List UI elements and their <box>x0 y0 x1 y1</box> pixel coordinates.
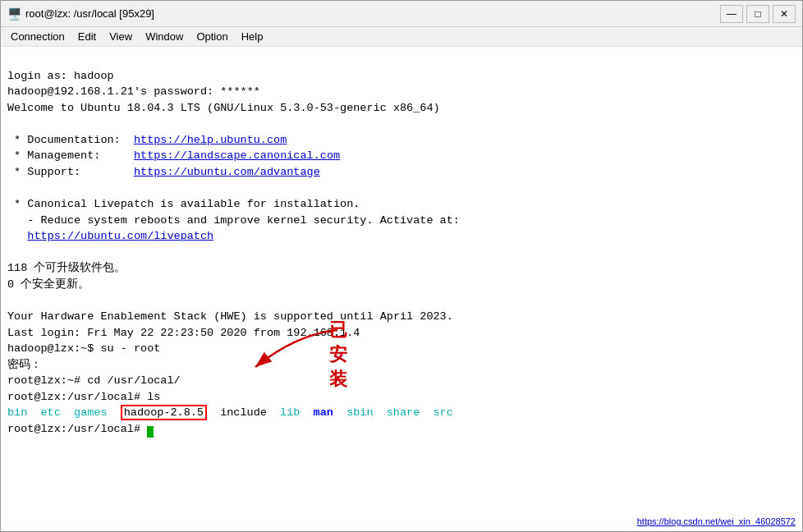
ls-command: root@lzx:/usr/local# ls <box>7 391 160 403</box>
ls-share: share <box>387 406 420 419</box>
window-icon: 🖥️ <box>7 7 21 21</box>
title-bar-left: 🖥️ root@lzx: /usr/local [95x29] <box>7 7 154 21</box>
menu-bar: Connection Edit View Window Option Help <box>1 27 802 47</box>
title-bar: 🖥️ root@lzx: /usr/local [95x29] — □ ✕ <box>1 1 802 27</box>
annotation-text: 已安装 <box>329 318 347 392</box>
ls-man: man <box>314 406 333 419</box>
watermark: https://blog.csdn.net/wei_xin_46028572 <box>637 516 796 526</box>
minimize-button[interactable]: — <box>720 5 743 23</box>
livepatch-link[interactable]: https://ubuntu.com/livepatch <box>27 230 213 242</box>
ls-etc: etc <box>41 406 61 419</box>
last-prompt: root@lzx:/usr/local# <box>7 423 154 435</box>
password-line: hadoop@192.168.1.21's password: ****** <box>7 85 260 98</box>
su-command: hadoop@lzx:~$ su - root <box>7 342 160 355</box>
hwe-line: Your Hardware Enablement Stack (HWE) is … <box>7 310 453 323</box>
ls-lib: lib <box>280 406 300 419</box>
support-line: * Support: https://ubuntu.com/advantage <box>7 166 320 178</box>
password-prompt: 密码： <box>7 359 42 371</box>
cd-command: root@lzx:~# cd /usr/local/ <box>7 374 181 387</box>
maximize-button[interactable]: □ <box>746 5 769 23</box>
mgmt-line: * Management: https://landscape.canonica… <box>7 149 340 162</box>
watermark-text: https://blog.csdn.net/wei_xin_46028572 <box>637 516 796 526</box>
close-button[interactable]: ✕ <box>773 5 796 23</box>
menu-window[interactable]: Window <box>139 29 190 44</box>
ls-games: games <box>74 406 108 419</box>
ls-src: src <box>433 406 452 419</box>
window-title: root@lzx: /usr/local [95x29] <box>25 7 154 20</box>
doc-line: * Documentation: https://help.ubuntu.com <box>7 134 287 146</box>
livepatch-line1: * Canonical Livepatch is available for i… <box>7 198 360 210</box>
ls-bin: bin <box>7 406 27 419</box>
menu-option[interactable]: Option <box>190 29 234 44</box>
support-link[interactable]: https://ubuntu.com/advantage <box>134 166 320 178</box>
welcome-line: Welcome to Ubuntu 18.04.3 LTS (GNU/Linux… <box>7 102 440 114</box>
livepatch-line2: - Reduce system reboots and improve kern… <box>7 214 460 227</box>
livepatch-line3: https://ubuntu.com/livepatch <box>7 230 213 242</box>
cursor <box>147 426 154 438</box>
ls-output: bin etc games hadoop-2.8.5 include lib m… <box>7 405 453 420</box>
login-line: login as: hadoop <box>7 70 114 82</box>
terminal-window: 🖥️ root@lzx: /usr/local [95x29] — □ ✕ Co… <box>0 0 803 532</box>
menu-edit[interactable]: Edit <box>71 29 103 44</box>
menu-help[interactable]: Help <box>235 29 270 44</box>
ls-sbin: sbin <box>346 406 373 419</box>
upgrade-line2: 0 个安全更新。 <box>7 278 89 291</box>
ls-hadoop: hadoop-2.8.5 <box>121 405 207 420</box>
upgrade-line1: 118 个可升级软件包。 <box>7 262 126 274</box>
doc-link[interactable]: https://help.ubuntu.com <box>134 134 287 146</box>
title-bar-controls: — □ ✕ <box>720 5 796 23</box>
terminal-output: login as: hadoop hadoop@192.168.1.21's p… <box>7 52 796 453</box>
terminal-body[interactable]: login as: hadoop hadoop@192.168.1.21's p… <box>1 47 802 531</box>
menu-connection[interactable]: Connection <box>4 29 71 44</box>
menu-view[interactable]: View <box>103 29 139 44</box>
mgmt-link[interactable]: https://landscape.canonical.com <box>134 149 340 162</box>
